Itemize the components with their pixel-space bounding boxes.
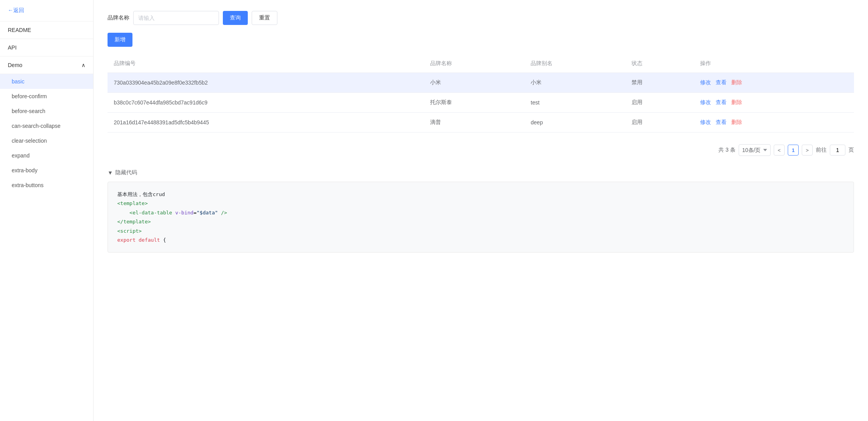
delete-link[interactable]: 删除 bbox=[731, 99, 742, 105]
data-table: 品牌编号 品牌名称 品牌别名 状态 操作 730a033904ea45b2a09… bbox=[108, 55, 854, 133]
cell-name: 滴普 bbox=[424, 113, 524, 133]
code-block: 基本用法，包含crud <template> <el-data-table v-… bbox=[108, 182, 854, 253]
delete-link[interactable]: 删除 bbox=[731, 79, 742, 85]
sidebar-item-extra-body[interactable]: extra-body bbox=[0, 163, 93, 178]
goto-input[interactable] bbox=[830, 145, 845, 156]
code-line-4: <script> bbox=[117, 226, 844, 235]
col-header-actions: 操作 bbox=[694, 55, 854, 73]
sidebar-item-extra-buttons[interactable]: extra-buttons bbox=[0, 178, 93, 193]
table-row: 201a16d147e4488391ad5dfc5b4b9445滴普deep启用… bbox=[108, 113, 854, 133]
reset-button[interactable]: 重置 bbox=[252, 11, 277, 25]
sidebar-item-readme[interactable]: README bbox=[0, 21, 93, 39]
cell-id: 201a16d147e4488391ad5dfc5b4b9445 bbox=[108, 113, 424, 133]
edit-link[interactable]: 修改 bbox=[700, 119, 711, 125]
cell-actions: 修改查看删除 bbox=[694, 93, 854, 113]
pagination: 共 3 条 10条/页 20条/页 50条/页 < 1 > 前往 页 bbox=[108, 140, 854, 160]
sidebar: ←返回 README API Demo ∧ basic before-confi… bbox=[0, 0, 94, 421]
cell-alias: deep bbox=[524, 113, 625, 133]
sidebar-item-can-search-collapse[interactable]: can-search-collapse bbox=[0, 119, 93, 133]
edit-link[interactable]: 修改 bbox=[700, 79, 711, 85]
code-comment: 基本用法，包含crud bbox=[117, 190, 844, 199]
code-line-5: export default { bbox=[117, 235, 844, 244]
view-link[interactable]: 查看 bbox=[716, 119, 727, 125]
table-row: b38c0c7c607e44dfa985cbd7ac91d6c9托尔斯泰test… bbox=[108, 93, 854, 113]
code-line-2: <el-data-table v-bind="$data" /> bbox=[117, 208, 844, 217]
cell-id: 730a033904ea45b2a09e8f0e332fb5b2 bbox=[108, 73, 424, 93]
per-page-select[interactable]: 10条/页 20条/页 50条/页 bbox=[739, 144, 771, 156]
goto-label: 前往 bbox=[816, 147, 827, 154]
cell-alias: 小米 bbox=[524, 73, 625, 93]
current-page: 1 bbox=[788, 145, 799, 156]
cell-status: 启用 bbox=[625, 93, 694, 113]
code-line-3: </template> bbox=[117, 217, 844, 226]
main-content: 品牌名称 查询 重置 新增 品牌编号 品牌名称 品牌别名 状态 操作 730a0… bbox=[94, 0, 868, 421]
cell-status: 启用 bbox=[625, 113, 694, 133]
collapse-icon: ▼ bbox=[108, 170, 113, 176]
search-input[interactable] bbox=[133, 11, 219, 25]
view-link[interactable]: 查看 bbox=[716, 99, 727, 105]
sidebar-item-before-confirm[interactable]: before-confirm bbox=[0, 89, 93, 104]
col-header-alias: 品牌别名 bbox=[524, 55, 625, 73]
cell-status: 禁用 bbox=[625, 73, 694, 93]
cell-actions: 修改查看删除 bbox=[694, 73, 854, 93]
next-page-button[interactable]: > bbox=[802, 145, 813, 156]
prev-page-button[interactable]: < bbox=[774, 145, 785, 156]
code-toggle-label: 隐藏代码 bbox=[115, 169, 137, 176]
col-header-id: 品牌编号 bbox=[108, 55, 424, 73]
code-toggle[interactable]: ▼ 隐藏代码 bbox=[108, 169, 854, 176]
query-button[interactable]: 查询 bbox=[223, 11, 248, 25]
goto-suffix: 页 bbox=[849, 147, 854, 154]
cell-actions: 修改查看删除 bbox=[694, 113, 854, 133]
sidebar-item-basic[interactable]: basic bbox=[0, 74, 93, 89]
col-header-status: 状态 bbox=[625, 55, 694, 73]
view-link[interactable]: 查看 bbox=[716, 79, 727, 85]
add-button[interactable]: 新增 bbox=[108, 33, 132, 47]
search-label: 品牌名称 bbox=[108, 14, 129, 21]
sidebar-item-expand[interactable]: expand bbox=[0, 148, 93, 163]
sidebar-item-before-search[interactable]: before-search bbox=[0, 104, 93, 119]
sidebar-item-api[interactable]: API bbox=[0, 39, 93, 57]
cell-name: 托尔斯泰 bbox=[424, 93, 524, 113]
sidebar-item-clear-selection[interactable]: clear-selection bbox=[0, 133, 93, 148]
delete-link[interactable]: 删除 bbox=[731, 119, 742, 125]
cell-alias: test bbox=[524, 93, 625, 113]
pagination-total: 共 3 条 bbox=[718, 147, 736, 154]
col-header-name: 品牌名称 bbox=[424, 55, 524, 73]
sidebar-group-demo-label: Demo bbox=[8, 62, 22, 68]
chevron-up-icon: ∧ bbox=[81, 62, 85, 68]
edit-link[interactable]: 修改 bbox=[700, 99, 711, 105]
code-line-1: <template> bbox=[117, 199, 844, 208]
search-bar: 品牌名称 查询 重置 bbox=[108, 11, 854, 25]
sidebar-group-demo[interactable]: Demo ∧ bbox=[0, 57, 93, 74]
cell-name: 小米 bbox=[424, 73, 524, 93]
back-button[interactable]: ←返回 bbox=[0, 0, 93, 21]
table-row: 730a033904ea45b2a09e8f0e332fb5b2小米小米禁用修改… bbox=[108, 73, 854, 93]
cell-id: b38c0c7c607e44dfa985cbd7ac91d6c9 bbox=[108, 93, 424, 113]
